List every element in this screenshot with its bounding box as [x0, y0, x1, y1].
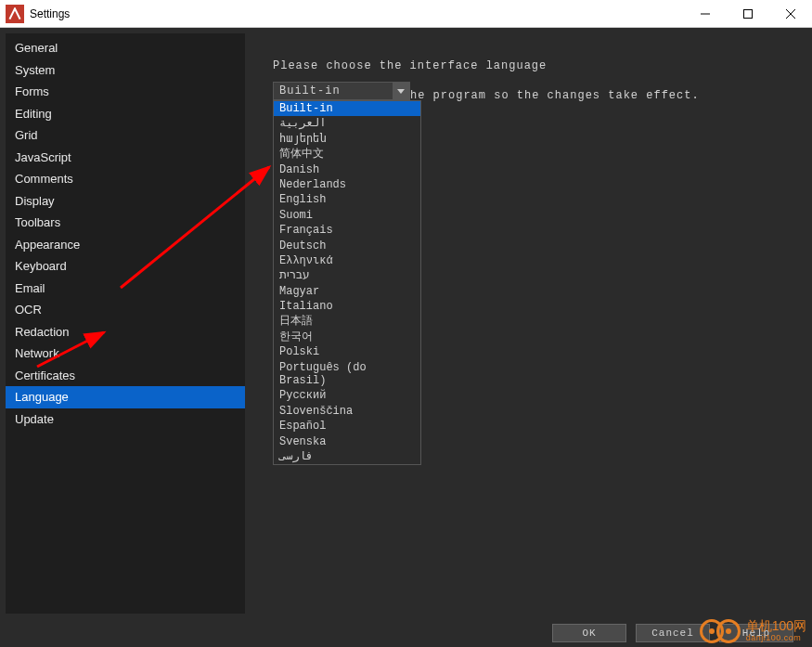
language-dropdown[interactable]: Built-inالعربيةհայերեն简体中文DanishNederlan…	[273, 100, 421, 465]
sidebar-item-ocr[interactable]: OCR	[6, 299, 245, 321]
content-area: GeneralSystemFormsEditingGridJavaScriptC…	[0, 28, 812, 619]
watermark-text: 单机100网 danji100.com	[746, 619, 806, 642]
sidebar-item-certificates[interactable]: Certificates	[6, 365, 245, 387]
svg-rect-1	[744, 10, 753, 19]
language-option[interactable]: Nederlands	[274, 177, 420, 192]
language-option[interactable]: Português (do Brasil)	[274, 360, 420, 389]
language-option[interactable]: Slovenščina	[274, 404, 420, 419]
sidebar-item-update[interactable]: Update	[6, 408, 245, 431]
sidebar-item-display[interactable]: Display	[6, 190, 245, 213]
language-option[interactable]: 한국어	[274, 330, 420, 344]
language-option[interactable]: العربية	[274, 116, 420, 131]
sidebar-item-email[interactable]: Email	[6, 278, 245, 300]
ok-button[interactable]: OK	[552, 624, 626, 642]
sidebar-item-comments[interactable]: Comments	[6, 168, 245, 190]
watermark: 单机100网 danji100.com	[700, 619, 806, 643]
language-option[interactable]: Danish	[274, 162, 420, 177]
sidebar-item-forms[interactable]: Forms	[6, 81, 245, 103]
sidebar-item-network[interactable]: Network	[6, 343, 245, 365]
language-option[interactable]: 简体中文	[274, 147, 420, 162]
sidebar-item-general[interactable]: General	[6, 37, 245, 59]
language-option[interactable]: Ελληνικά	[274, 253, 420, 268]
language-option[interactable]: Polski	[274, 344, 420, 359]
sidebar-item-system[interactable]: System	[6, 59, 245, 82]
sidebar-item-keyboard[interactable]: Keyboard	[6, 255, 245, 278]
main-panel: Please choose the interface language Bui…	[245, 33, 806, 614]
titlebar: Settings	[0, 0, 812, 28]
language-option[interactable]: Magyar	[274, 284, 420, 299]
language-option[interactable]: Español	[274, 419, 420, 433]
language-option[interactable]: 日本語	[274, 314, 420, 329]
watermark-line1: 单机100网	[746, 619, 806, 633]
minimize-button[interactable]	[684, 0, 727, 28]
chevron-down-icon	[393, 83, 409, 99]
language-prompt: Please choose the interface language	[273, 59, 779, 72]
language-option[interactable]: Italiano	[274, 299, 420, 314]
language-option[interactable]: עברית	[274, 268, 420, 283]
watermark-line2: danji100.com	[746, 634, 806, 643]
sidebar-item-language[interactable]: Language	[6, 386, 245, 408]
language-combo-value: Built-in	[274, 84, 393, 97]
maximize-button[interactable]	[727, 0, 769, 28]
watermark-logo-icon	[700, 619, 741, 643]
language-option[interactable]: հայերեն	[274, 132, 420, 147]
language-option[interactable]: Svenska	[274, 434, 420, 449]
sidebar-item-appearance[interactable]: Appearance	[6, 234, 245, 256]
sidebar-item-redaction[interactable]: Redaction	[6, 321, 245, 343]
language-option[interactable]: Français	[274, 223, 420, 238]
language-combo-area: Built-in Built-inالعربيةհայերեն简体中文Danis…	[273, 82, 410, 100]
language-option[interactable]: Русский	[274, 388, 420, 403]
footer: OK Cancel Help	[0, 619, 812, 647]
language-option[interactable]: Suomi	[274, 208, 420, 223]
sidebar-item-javascript[interactable]: JavaScript	[6, 147, 245, 169]
sidebar: GeneralSystemFormsEditingGridJavaScriptC…	[6, 33, 245, 614]
language-option[interactable]: فارسی	[274, 449, 420, 464]
app-icon	[6, 5, 24, 23]
language-option[interactable]: Deutsch	[274, 239, 420, 253]
close-button[interactable]	[769, 0, 812, 28]
window-title: Settings	[30, 7, 684, 20]
restart-note: he program so the changes take effect.	[410, 89, 700, 102]
language-option[interactable]: Built-in	[274, 101, 420, 116]
sidebar-item-toolbars[interactable]: Toolbars	[6, 212, 245, 234]
language-option[interactable]: English	[274, 192, 420, 207]
window-controls	[684, 0, 812, 27]
sidebar-item-editing[interactable]: Editing	[6, 103, 245, 125]
language-combobox[interactable]: Built-in	[273, 82, 410, 100]
sidebar-item-grid[interactable]: Grid	[6, 124, 245, 147]
